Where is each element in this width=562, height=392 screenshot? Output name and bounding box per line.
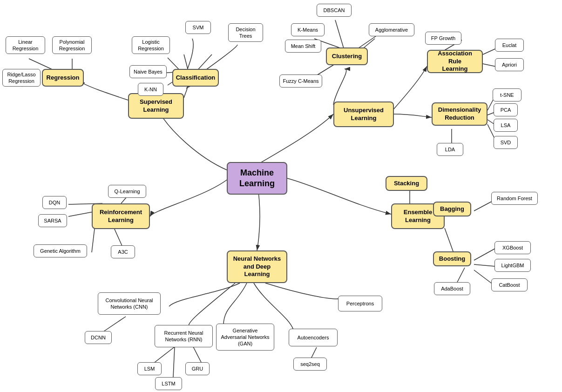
a3c-label: A3C xyxy=(118,249,128,255)
dcnn-node: DCNN xyxy=(85,331,112,344)
q-learning-label: Q-Learning xyxy=(114,188,140,195)
svg-line-24 xyxy=(68,212,93,216)
q-learning-node: Q-Learning xyxy=(108,185,146,198)
dqn-label: DQN xyxy=(49,199,60,206)
boosting-label: Boosting xyxy=(439,255,465,263)
perceptrons-label: Perceptrons xyxy=(346,300,374,307)
svg-line-39 xyxy=(311,347,317,358)
dqn-node: DQN xyxy=(42,196,67,209)
sarsa-label: SARSA xyxy=(44,217,61,224)
machine-learning-node: Machine Learning xyxy=(227,162,287,195)
dcnn-label: DCNN xyxy=(91,334,106,341)
fp-growth-node: FP Growth xyxy=(425,32,461,45)
mean-shift-label: Mean Shift xyxy=(291,43,316,49)
svg-line-38 xyxy=(173,347,175,377)
svg-line-26 xyxy=(114,228,122,247)
reinforcement-learning-node: ReinforcementLearning xyxy=(92,203,150,229)
polynomial-regression-label: PolynomialRegression xyxy=(59,39,85,52)
lda-node: LDA xyxy=(437,143,463,156)
cnn-label: Convolutional NeuralNetworks (CNN) xyxy=(105,297,153,311)
autoencoders-node: Autoencoders xyxy=(289,329,338,346)
knn-node: K-NN xyxy=(138,83,163,96)
catboost-label: CatBoost xyxy=(499,282,520,288)
agglomerative-label: Agglomerative xyxy=(375,27,408,33)
svg-line-35 xyxy=(102,317,126,333)
fp-growth-label: FP Growth xyxy=(431,35,455,41)
autoencoders-label: Autoencoders xyxy=(298,334,329,341)
seq2seq-label: seq2seq xyxy=(300,361,320,367)
seq2seq-node: seq2seq xyxy=(293,358,327,371)
svm-label: SVM xyxy=(193,24,204,31)
bagging-node: Bagging xyxy=(433,202,471,216)
lsm-label: LSM xyxy=(144,365,155,372)
polynomial-regression-node: PolynomialRegression xyxy=(52,36,92,54)
unsupervised-label: UnsupervisedLearning xyxy=(344,107,384,122)
regression-node: Regression xyxy=(42,69,84,87)
clustering-label: Clustering xyxy=(332,53,362,61)
stacking-node: Stacking xyxy=(386,176,427,191)
lightgbm-node: LightGBM xyxy=(494,259,531,272)
logistic-regression-label: LogisticRegression xyxy=(138,39,164,52)
linear-regression-label: LinearRegression xyxy=(13,39,39,52)
perceptrons-node: Perceptrons xyxy=(338,296,382,311)
svg-line-37 xyxy=(193,347,202,363)
bagging-label: Bagging xyxy=(440,205,464,213)
pca-node: PCA xyxy=(494,103,518,116)
unsupervised-learning-node: UnsupervisedLearning xyxy=(333,101,394,127)
a3c-node: A3C xyxy=(111,245,135,258)
association-rule-node: Association RuleLearning xyxy=(427,50,483,73)
euclat-node: Euclat xyxy=(495,39,524,52)
dbscan-label: DBSCAN xyxy=(324,7,345,14)
classification-node: Classification xyxy=(172,69,219,87)
svg-line-36 xyxy=(154,347,175,363)
gru-node: GRU xyxy=(185,362,210,375)
genetic-algorithm-node: Genetic Algorithm xyxy=(34,244,87,257)
euclat-label: Euclat xyxy=(502,42,517,48)
lstm-node: LSTM xyxy=(155,377,182,390)
lsa-node: LSA xyxy=(494,119,518,132)
rnn-label: Recurrent NeuralNetworks (RNN) xyxy=(164,330,203,343)
adaboost-label: AdaBoost xyxy=(441,285,463,292)
machine-learning-label: Machine Learning xyxy=(239,168,275,189)
svd-label: SVD xyxy=(501,139,511,146)
xgboost-label: XGBoost xyxy=(502,244,523,251)
kmeans-label: K-Means xyxy=(298,27,318,33)
reinforcement-label: ReinforcementLearning xyxy=(100,209,142,224)
sarsa-node: SARSA xyxy=(38,214,67,227)
apriori-label: Apriori xyxy=(502,61,517,68)
mean-shift-node: Mean Shift xyxy=(285,40,321,53)
random-forest-node: Random Forest xyxy=(491,192,538,205)
knn-label: K-NN xyxy=(144,86,157,93)
apriori-node: Apriori xyxy=(495,58,524,71)
decision-trees-node: DecisionTrees xyxy=(228,23,263,42)
fuzzy-cmeans-node: Fuzzy C-Means xyxy=(279,74,322,88)
decision-trees-label: DecisionTrees xyxy=(236,26,255,40)
cnn-node: Convolutional NeuralNetworks (CNN) xyxy=(98,292,161,315)
genetic-algorithm-label: Genetic Algorithm xyxy=(40,248,81,254)
lsa-label: LSA xyxy=(501,122,511,128)
catboost-node: CatBoost xyxy=(491,278,528,291)
linear-regression-node: LinearRegression xyxy=(6,36,45,54)
dimensionality-reduction-node: DimensionalityReduction xyxy=(432,102,488,126)
stacking-label: Stacking xyxy=(394,180,419,188)
gan-label: GenerativeAdversarial Networks(GAN) xyxy=(221,327,270,347)
lda-label: LDA xyxy=(445,146,455,153)
tsne-label: t-SNE xyxy=(500,92,514,98)
classification-label: Classification xyxy=(176,74,216,82)
dbscan-node: DBSCAN xyxy=(317,4,352,17)
svg-line-32 xyxy=(474,264,495,266)
kmeans-node: K-Means xyxy=(291,23,325,36)
lstm-label: LSTM xyxy=(162,380,175,387)
mindmap-canvas: Machine Learning SupervisedLearning Unsu… xyxy=(0,0,562,392)
neural-networks-node: Neural Networksand DeepLearning xyxy=(227,250,287,283)
svg-line-33 xyxy=(456,268,465,284)
ridge-lasso-label: Ridge/LassoRegression xyxy=(7,71,35,85)
lsm-node: LSM xyxy=(137,362,162,375)
naive-bayes-label: Naive Bayes xyxy=(134,68,163,75)
fuzzy-label: Fuzzy C-Means xyxy=(283,78,318,84)
lightgbm-label: LightGBM xyxy=(501,262,524,269)
gan-node: GenerativeAdversarial Networks(GAN) xyxy=(216,324,274,351)
adaboost-node: AdaBoost xyxy=(434,282,470,295)
agglomerative-node: Agglomerative xyxy=(369,23,414,36)
neural-label: Neural Networksand DeepLearning xyxy=(233,255,281,279)
